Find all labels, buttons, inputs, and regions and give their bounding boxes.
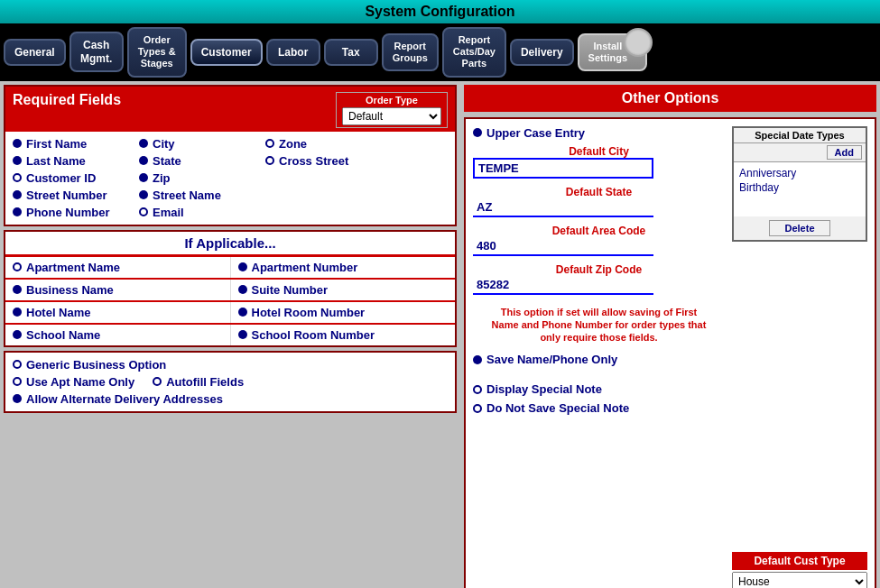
dot-icon-city [139,139,148,148]
label-zone: Zone [279,137,307,151]
dot-icon-generic-business [13,360,22,369]
default-state-input[interactable] [473,198,653,217]
ia-cell-apt-number: Apartment Number [231,257,456,278]
label-generic-business: Generic Business Option [26,358,166,372]
title-bar: System Configuration [0,0,880,23]
field-phone-number: Phone Number [13,206,139,219]
dot-icon-autofill-fields [153,377,162,386]
label-last-name: Last Name [26,154,86,168]
default-cust-type-select[interactable]: House [732,572,867,588]
dot-icon-hotel-name [13,308,22,317]
label-cross-street: Cross Street [279,154,348,168]
sd-add-row: Add [734,143,866,162]
other-options-header: Other Options [464,85,876,112]
oo-left: Upper Case Entry Default City Default St… [473,126,725,588]
nav-cash-mgmt[interactable]: CashMgmt. [69,32,124,72]
dot-icon-apt-name [13,262,22,271]
label-state: State [153,154,181,168]
label-hotel-room: Hotel Room Number [252,306,366,319]
field-street-name: Street Name [139,188,265,202]
dot-icon-cross-street [265,156,274,165]
field-first-name: First Name [13,137,139,151]
nav-customer[interactable]: Customer [190,39,263,66]
rf-title: Required Fields [13,92,121,108]
sd-item-anniversary: Anniversary [737,166,862,180]
ia-cell-business-name: Business Name [5,280,231,300]
special-date-types-title: Special Date Types [734,128,866,143]
field-city: City [139,137,265,151]
label-street-number: Street Number [26,188,107,202]
nav-tax[interactable]: Tax [324,39,378,66]
nav-bar: General CashMgmt. OrderTypes &Stages Cus… [0,23,880,81]
dot-icon-phone-number [13,207,22,216]
default-state-label: Default State [473,186,725,198]
sd-add-button[interactable]: Add [827,145,862,160]
rf-col-2: City State Zip Street Name [139,137,265,219]
dot-icon-apt-number [238,262,247,271]
label-city: City [153,137,175,151]
do-not-save-label: Do Not Save Special Note [486,401,629,415]
field-last-name: Last Name [13,154,139,168]
option-use-apt-name: Use Apt Name Only [13,375,134,389]
label-alternate-delivery: Allow Alternate Delivery Addresses [26,392,223,406]
dot-icon-suite-number [238,285,247,294]
required-fields-section: Required Fields Order Type Default First… [4,85,457,226]
rf-col-1: First Name Last Name Customer ID Street … [13,137,139,219]
dot-icon-display-special [473,385,482,394]
ia-cell-school-name: School Name [5,325,231,345]
default-area-code-input[interactable] [473,237,653,256]
nav-order-types[interactable]: OrderTypes &Stages [127,27,187,78]
dot-icon-alternate-delivery [13,394,22,403]
info-text: This option if set will allow saving of … [473,302,725,348]
rf-header-row: Required Fields Order Type Default [5,87,455,132]
dot-icon-school-room [238,330,247,339]
ia-row-4: School Name School Room Number [5,325,455,345]
default-area-code-label: Default Area Code [473,225,725,237]
default-city-input[interactable] [473,158,653,179]
label-hotel-name: Hotel Name [26,306,91,319]
default-state-group: Default State [473,186,725,217]
default-cust-type-box: Default Cust Type House [732,552,867,588]
dot-icon-customer-id [13,173,22,182]
ia-cell-hotel-room: Hotel Room Number [231,302,456,323]
dot-icon-use-apt-name [13,377,22,386]
special-date-types-box: Special Date Types Add Anniversary Birth… [732,126,867,242]
option-alternate-delivery: Allow Alternate Delivery Addresses [13,392,448,406]
display-special-note-label: Display Special Note [486,382,602,396]
label-use-apt-name: Use Apt Name Only [26,375,134,389]
default-zip-label: Default Zip Code [473,263,725,276]
default-zip-input[interactable] [473,276,653,295]
label-email: Email [153,206,184,219]
ia-cell-hotel-name: Hotel Name [5,302,231,323]
do-not-save-row: Do Not Save Special Note [473,401,725,415]
order-type-select[interactable]: Default [342,107,441,125]
nav-install-settings[interactable]: InstallSettings [578,33,647,71]
sd-delete-row: Delete [734,216,866,240]
field-state: State [139,154,265,168]
label-street-name: Street Name [153,188,221,202]
sd-delete-button[interactable]: Delete [769,220,829,236]
dot-icon-email [139,207,148,216]
if-applicable-section: If Applicable... Apartment Name Apartmen… [4,230,457,347]
display-special-note-row: Display Special Note [473,382,725,396]
ia-row-3: Hotel Name Hotel Room Number [5,302,455,325]
nav-labor[interactable]: Labor [266,39,320,66]
nav-report-groups[interactable]: ReportGroups [382,33,439,71]
nav-delivery[interactable]: Delivery [510,39,574,66]
nav-general[interactable]: General [4,39,66,66]
right-panel: Other Options Upper Case Entry Default C… [460,81,880,588]
if-applicable-title: If Applicable... [5,232,455,257]
nav-report-cats[interactable]: ReportCats/DayParts [442,27,506,78]
ia-row-2: Business Name Suite Number [5,280,455,302]
ia-cell-suite-number: Suite Number [231,280,456,300]
dot-icon-upper-case [473,128,482,137]
dot-icon-street-number [13,190,22,199]
oo-right: Special Date Types Add Anniversary Birth… [732,126,867,588]
rf-col-3: Zone Cross Street [265,137,365,219]
label-apt-name: Apartment Name [26,261,120,274]
dot-icon-zone [265,139,274,148]
dot-icon-save-name [473,355,482,364]
dot-icon-do-not-save [473,404,482,413]
default-area-code-group: Default Area Code [473,225,725,256]
upper-case-entry-label: Upper Case Entry [486,126,585,140]
